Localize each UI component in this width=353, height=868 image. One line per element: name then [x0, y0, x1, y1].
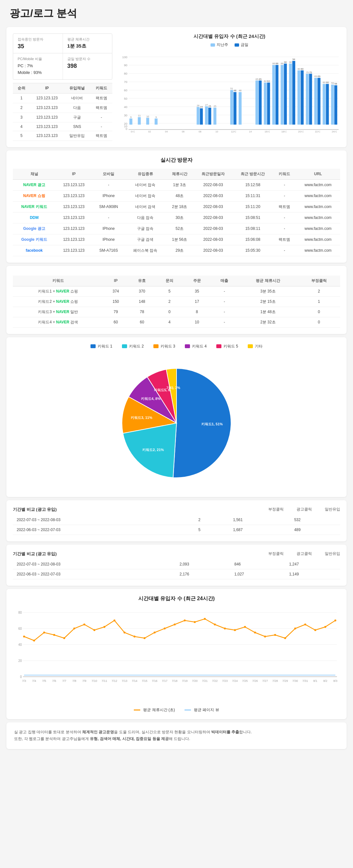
period1-title: 기간별 비교 (광고 유입)	[13, 507, 57, 513]
svg-text:60: 60	[326, 81, 329, 84]
pie-legend-dot	[153, 344, 158, 348]
rank-table-row: 2123.123.123다음팩트엠	[13, 103, 112, 113]
svg-rect-81	[326, 84, 329, 124]
svg-rect-47	[289, 64, 292, 125]
pc-mobile-value: PC : 7%Mobile : 93%	[17, 63, 58, 76]
pie-legend-item: 키워드 3	[153, 344, 175, 349]
svg-text:100: 100	[122, 55, 128, 59]
svg-text:27: 27	[205, 103, 208, 106]
svg-text:7/28: 7/28	[272, 679, 278, 682]
svg-text:75: 75	[306, 71, 309, 74]
pie-legend-label: 키워드 3	[161, 344, 175, 349]
svg-text:70: 70	[124, 80, 128, 84]
svg-text:24시: 24시	[332, 130, 337, 133]
svg-point-163	[194, 621, 196, 623]
avg-stay-box: 평균 체류시간 1분 35초	[63, 34, 112, 53]
line-legend-1: 평균 체류시간 (초)	[134, 707, 175, 713]
svg-rect-33	[213, 108, 216, 125]
svg-rect-61	[208, 108, 211, 125]
svg-rect-75	[301, 70, 304, 125]
svg-text:11: 11	[138, 114, 141, 117]
svg-point-158	[143, 637, 145, 639]
line-legend-2: 평균 페이지 뷰	[184, 707, 219, 713]
svg-text:04: 04	[165, 130, 168, 133]
svg-text:62: 62	[267, 80, 270, 83]
period-table-row: 2022-06-03 ~ 2022-07-032,1761,0271,149	[13, 569, 340, 579]
realtime-table-row: facebook123.123.123SM-A716S페이스북 접속29초202…	[13, 245, 340, 256]
svg-rect-51	[306, 73, 309, 124]
svg-point-148	[43, 631, 45, 633]
svg-rect-25	[146, 118, 149, 125]
svg-point-168	[244, 626, 246, 628]
avg-stay-value: 1분 35초	[67, 43, 108, 49]
svg-text:7/8: 7/8	[72, 679, 76, 682]
svg-text:25: 25	[213, 105, 216, 108]
svg-point-155	[114, 620, 115, 621]
svg-text:7/5: 7/5	[42, 679, 46, 682]
period-table-row: 2022-07-03 ~ 2022-08-0321,561532	[13, 515, 340, 525]
svg-text:0시: 0시	[131, 130, 135, 133]
svg-text:62: 62	[264, 80, 267, 83]
page-title: 광고/로그 분석	[0, 0, 353, 24]
svg-text:키워드2, 21%: 키워드2, 21%	[142, 447, 164, 452]
pie-legend-label: 키워드 4	[192, 344, 207, 349]
svg-point-167	[234, 629, 236, 631]
svg-text:90: 90	[289, 61, 292, 64]
keyword-section: 키워드IP유효문의주문매출평균 체류시간부정클릭 키워드1 + NAVER 쇼핑…	[6, 266, 347, 334]
svg-text:10: 10	[146, 115, 149, 118]
pie-legend-dot	[216, 344, 221, 348]
svg-text:80: 80	[297, 67, 301, 70]
svg-text:14: 14	[249, 130, 252, 133]
svg-text:69: 69	[318, 75, 321, 78]
legend-lastweek: 지난주	[211, 42, 228, 48]
svg-text:88: 88	[276, 62, 279, 65]
svg-point-159	[154, 631, 156, 633]
active-visitors-box: 접속중인 방문자 35	[13, 34, 63, 53]
svg-point-151	[73, 627, 75, 629]
legend-today: 금일	[235, 42, 248, 48]
pie-legend-item: 키워드 2	[122, 344, 144, 349]
legend-today-dot	[235, 43, 239, 46]
svg-text:65: 65	[259, 78, 261, 81]
svg-rect-73	[292, 61, 295, 124]
keyword-table-row: 키워드3 + NAVER 일반797808-1분 48초0	[13, 307, 340, 317]
pie-legend-dot	[91, 344, 96, 348]
svg-text:7/10: 7/10	[92, 679, 97, 682]
svg-rect-41	[264, 83, 267, 125]
keyword-table-row: 키워드4 + NAVER 검색6060410-2분 32초0	[13, 317, 340, 327]
period2-header-negclick: 부정클릭	[268, 551, 284, 557]
svg-rect-43	[272, 65, 275, 125]
svg-text:40: 40	[18, 643, 22, 647]
svg-rect-35	[230, 90, 233, 125]
avg-stay-label: 평균 체류시간	[67, 37, 108, 42]
pie-section: 키워드 1키워드 2키워드 3키워드 4키워드 5기타 키워드1, 51%키워드…	[6, 337, 347, 497]
svg-text:20: 20	[18, 659, 22, 662]
svg-text:8/3: 8/3	[333, 679, 338, 682]
realtime-table-row: NAVER 쇼핑123.123.123IPhone네이버 접속48초2022-0…	[13, 190, 340, 201]
bar-chart-container: 시간대별 유입자 수 (최근 24시간) 지난주 금일 100 90 80 70…	[119, 33, 340, 141]
svg-point-175	[314, 629, 316, 631]
svg-rect-31	[205, 106, 208, 125]
pie-legend-label: 기타	[255, 344, 262, 349]
realtime-table-row: DDM123.123.123-다음 접속30초2022-08-0315:08:5…	[13, 212, 340, 223]
svg-text:키워드1, 51%: 키워드1, 51%	[201, 422, 223, 426]
svg-text:88: 88	[273, 62, 275, 65]
svg-text:7/3: 7/3	[22, 679, 26, 682]
pie-legend: 키워드 1키워드 2키워드 3키워드 4키워드 5기타	[13, 344, 340, 349]
svg-point-147	[33, 640, 35, 641]
svg-rect-63	[234, 92, 237, 124]
svg-text:0: 0	[20, 675, 22, 679]
realtime-table-row: NAVER 광고123.123.123-네이버 접속1분 3초2022-08-0…	[13, 179, 340, 190]
pie-legend-label: 키워드 5	[223, 344, 238, 349]
svg-rect-65	[259, 81, 261, 125]
svg-text:7/20: 7/20	[192, 679, 198, 682]
svg-point-173	[294, 627, 296, 629]
period2-title: 기간별 비교 (광고 유입)	[13, 551, 57, 557]
period-table-row: 2022-07-03 ~ 2022-08-032,0938461,247	[13, 559, 340, 569]
svg-rect-83	[334, 85, 337, 124]
svg-rect-79	[317, 78, 320, 124]
today-visitors-box: 금일 방문자 수 398	[63, 53, 112, 80]
svg-point-177	[334, 620, 336, 621]
svg-rect-67	[267, 83, 270, 125]
svg-rect-37	[239, 92, 242, 124]
